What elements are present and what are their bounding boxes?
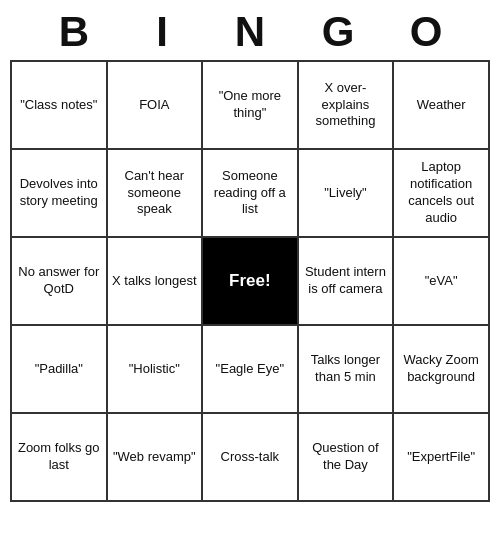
- cell-4-0: Zoom folks go last: [11, 413, 107, 501]
- cell-0-2: "One more thing": [202, 61, 298, 149]
- cell-1-0: Devolves into story meeting: [11, 149, 107, 237]
- cell-1-4: Laptop notification cancels out audio: [393, 149, 489, 237]
- cell-3-0: "Padilla": [11, 325, 107, 413]
- title-letter-I: I: [118, 8, 206, 56]
- title-letter-B: B: [30, 8, 118, 56]
- cell-0-1: FOIA: [107, 61, 203, 149]
- cell-2-3: Student intern is off camera: [298, 237, 394, 325]
- title-letter-O: O: [382, 8, 470, 56]
- cell-4-1: "Web revamp": [107, 413, 203, 501]
- bingo-grid: "Class notes"FOIA"One more thing"X over-…: [10, 60, 490, 502]
- cell-3-4: Wacky Zoom background: [393, 325, 489, 413]
- title-letter-G: G: [294, 8, 382, 56]
- cell-4-2: Cross-talk: [202, 413, 298, 501]
- title-letter-N: N: [206, 8, 294, 56]
- cell-0-0: "Class notes": [11, 61, 107, 149]
- cell-2-0: No answer for QotD: [11, 237, 107, 325]
- bingo-title: BINGO: [10, 0, 490, 60]
- cell-4-3: Question of the Day: [298, 413, 394, 501]
- cell-4-4: "ExpertFile": [393, 413, 489, 501]
- cell-2-2: Free!: [202, 237, 298, 325]
- cell-1-3: "Lively": [298, 149, 394, 237]
- cell-0-3: X over-explains something: [298, 61, 394, 149]
- cell-0-4: Weather: [393, 61, 489, 149]
- cell-2-1: X talks longest: [107, 237, 203, 325]
- cell-1-1: Can't hear someone speak: [107, 149, 203, 237]
- cell-1-2: Someone reading off a list: [202, 149, 298, 237]
- cell-3-2: "Eagle Eye": [202, 325, 298, 413]
- cell-3-3: Talks longer than 5 min: [298, 325, 394, 413]
- cell-3-1: "Holistic": [107, 325, 203, 413]
- cell-2-4: "eVA": [393, 237, 489, 325]
